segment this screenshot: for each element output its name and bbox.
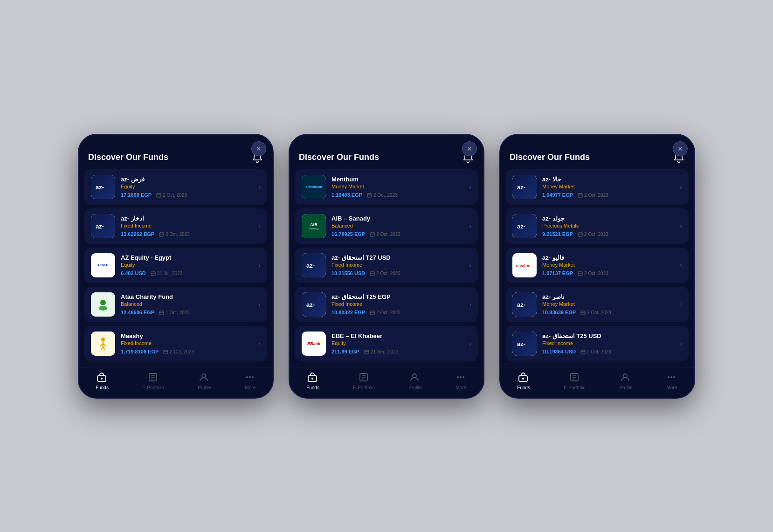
fund-type: Fixed Income xyxy=(121,340,253,346)
fund-info: Maashy Fixed Income 1,719.8106 EGP 2 Oct… xyxy=(121,332,253,354)
fund-logo: az- xyxy=(91,214,115,238)
nav-label-profile: Profile xyxy=(619,385,632,390)
fund-card[interactable]: az- az- ناصر Money Market 10.83639 EGP 2… xyxy=(506,287,689,322)
nav-item-funds[interactable]: Funds xyxy=(306,372,319,390)
fund-name: Menthum xyxy=(331,176,463,183)
svg-point-32 xyxy=(413,374,416,378)
fund-card[interactable]: az- az- استحقاق T27 USD Fixed Income 10.… xyxy=(295,248,478,283)
fund-logo: az- xyxy=(302,253,326,277)
svg-text:az-: az- xyxy=(306,301,315,308)
fund-meta: 1,719.8106 EGP 2 Oct, 2023 xyxy=(121,349,253,354)
fund-type: Fixed Income xyxy=(121,223,253,228)
chevron-right-icon: › xyxy=(258,183,261,191)
fund-info: AZ Equity - Egypt Equity 6.482 USD 31 Ju… xyxy=(121,254,253,276)
fund-card[interactable]: az- az- استحقاق T25 USD Fixed Income 10.… xyxy=(506,326,689,361)
fund-card[interactable]: Maashy Fixed Income 1,719.8106 EGP 2 Oct… xyxy=(84,326,267,361)
fund-card[interactable]: AIB Sanady AIB – Sanady Balanced 16.7892… xyxy=(295,208,478,244)
fund-card[interactable]: az- az- ادخار Fixed Income 13.62962 EGP … xyxy=(84,208,267,244)
nav-icon-profile xyxy=(199,372,210,383)
fund-meta: 1.16403 EGP 2 Oct, 2023 xyxy=(331,192,463,198)
fund-date: 2 Oct, 2023 xyxy=(580,349,611,354)
fund-name: az- استحقاق T27 USD xyxy=(331,254,463,261)
fund-name: az- حالا xyxy=(542,176,674,183)
fund-info: AIB – Sanady Balanced 16.78925 EGP 2 Oct… xyxy=(331,215,463,237)
phone-frame-screen3: ✕ Discover Our Funds az- az- حالا xyxy=(499,134,695,399)
svg-rect-1 xyxy=(157,193,161,197)
fund-card[interactable]: az- az- قرض Equity 17.1868 EGP 2 Oct, 20… xyxy=(84,169,267,205)
svg-point-6 xyxy=(99,306,107,311)
nav-item-more[interactable]: More xyxy=(456,372,467,390)
fund-info: az- حالا Money Market 1.04977 EGP 2 Oct,… xyxy=(542,176,674,198)
nav-icon-profile xyxy=(620,372,631,383)
fund-info: az- فاليو Money Market 1.07137 EGP 2 Oct… xyxy=(542,254,674,276)
fund-type: Equity xyxy=(331,340,463,346)
phone-frame-screen1: ✕ Discover Our Funds az- az- قرض xyxy=(78,134,274,399)
fund-logo: AZIMUT xyxy=(91,253,115,277)
fund-info: az- قرض Equity 17.1868 EGP 2 Oct, 2023 xyxy=(121,176,253,198)
fund-card[interactable]: az- az- حالا Money Market 1.04977 EGP 2 … xyxy=(506,169,689,205)
close-button[interactable]: ✕ xyxy=(673,141,688,156)
fund-card[interactable]: eMenthum Menthum Money Market 1.16403 EG… xyxy=(295,169,478,205)
fund-type: Equity xyxy=(121,184,253,189)
svg-text:az-: az- xyxy=(517,340,525,347)
nav-label-more: More xyxy=(456,385,466,390)
fund-logo: EBank xyxy=(302,332,326,356)
fund-price: 6.482 USD xyxy=(121,270,146,276)
fund-price: 1.04977 EGP xyxy=(542,192,573,198)
fund-card[interactable]: EBank EBE – El Khabeer Equity 211.99 EGP… xyxy=(295,326,478,361)
fund-name: AZ Equity - Egypt xyxy=(121,254,253,261)
svg-rect-41 xyxy=(578,272,582,276)
nav-item-funds[interactable]: Funds xyxy=(96,372,109,390)
svg-text:az-: az- xyxy=(96,223,104,230)
fund-card[interactable]: AZIMUT AZ Equity - Egypt Equity 6.482 US… xyxy=(84,248,267,283)
fund-card[interactable]: az- az- استحقاق T25 EGP Fixed Income 10.… xyxy=(295,287,478,322)
fund-name: az- فاليو xyxy=(542,254,674,261)
fund-price: 12.48606 EGP xyxy=(121,310,154,315)
fund-date: 2 Oct, 2023 xyxy=(578,232,608,237)
fund-type: Fixed Income xyxy=(542,340,674,346)
close-button[interactable]: ✕ xyxy=(251,141,266,156)
svg-point-8 xyxy=(101,338,105,341)
svg-text:az-: az- xyxy=(517,184,525,191)
nav-item-more[interactable]: More xyxy=(245,372,256,390)
nav-item-eportfolio[interactable]: E-Portfolio xyxy=(142,372,164,390)
fund-date: 1 Oct, 2023 xyxy=(159,310,190,315)
svg-text:az-: az- xyxy=(306,262,315,269)
nav-item-funds[interactable]: Funds xyxy=(517,372,530,390)
svg-point-50 xyxy=(668,376,669,378)
svg-rect-3 xyxy=(159,233,164,236)
fund-card[interactable]: revalue az- فاليو Money Market 1.07137 E… xyxy=(506,248,689,283)
close-button[interactable]: ✕ xyxy=(462,141,477,156)
fund-meta: 1.07137 EGP 2 Oct, 2023 xyxy=(542,270,674,276)
svg-point-21 xyxy=(252,376,254,378)
nav-item-profile[interactable]: Profile xyxy=(619,372,632,390)
nav-item-eportfolio[interactable]: E-Portfolio xyxy=(564,372,586,390)
fund-type: Money Market xyxy=(542,262,674,268)
svg-rect-23 xyxy=(370,233,374,236)
fund-type: Equity xyxy=(121,262,253,268)
fund-date: 21 Sep, 2023 xyxy=(364,349,399,354)
fund-price: 1.07137 EGP xyxy=(542,270,573,276)
chevron-right-icon: › xyxy=(680,222,682,230)
nav-item-profile[interactable]: Profile xyxy=(198,372,211,390)
header: Discover Our Funds xyxy=(500,144,694,169)
fund-type: Money Market xyxy=(331,184,463,189)
fund-info: az- استحقاق T25 EGP Fixed Income 10.8032… xyxy=(331,293,463,315)
svg-point-34 xyxy=(460,376,462,378)
header: Discover Our Funds xyxy=(290,144,483,169)
fund-card[interactable]: az- az- جولد Precious Metals 9.21521 EGP… xyxy=(506,208,689,244)
nav-label-funds: Funds xyxy=(96,385,109,390)
fund-info: Menthum Money Market 1.16403 EGP 2 Oct, … xyxy=(331,176,463,198)
fund-card[interactable]: Ataa Charity Fund Balanced 12.48606 EGP … xyxy=(84,287,267,322)
fund-logo: az- xyxy=(91,175,115,199)
phone-content: Discover Our Funds az- az- حالا Money Ma… xyxy=(500,135,694,398)
fund-type: Money Market xyxy=(542,184,674,189)
nav-item-eportfolio[interactable]: E-Portfolio xyxy=(353,372,375,390)
fund-meta: 10.80322 EGP 2 Oct, 2023 xyxy=(331,310,463,315)
nav-item-more[interactable]: More xyxy=(666,372,677,390)
chevron-right-icon: › xyxy=(469,222,471,230)
nav-item-profile[interactable]: Profile xyxy=(408,372,421,390)
phone-content: Discover Our Funds az- az- قرض Equity xyxy=(79,135,273,398)
nav-label-profile: Profile xyxy=(408,385,421,390)
svg-rect-27 xyxy=(370,311,374,315)
